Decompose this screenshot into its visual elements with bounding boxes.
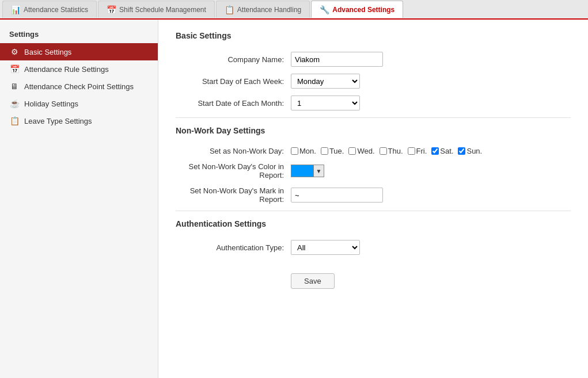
- save-button[interactable]: Save: [291, 273, 335, 289]
- color-dropdown-btn[interactable]: ▼: [314, 165, 324, 177]
- sidebar-item-attendance-rule-label: Attendance Rule Settings: [24, 65, 109, 74]
- start-date-row: Start Date of Each Month: 12345 678910 1…: [176, 96, 571, 110]
- content-area: Basic Settings Company Name: Start Day o…: [158, 20, 588, 378]
- leave-type-icon: 📋: [9, 116, 20, 125]
- color-row: Set Non-Work Day's Color in Report: ▼: [176, 162, 571, 180]
- tab-attendance-handling-label: Attendance Handling: [237, 6, 301, 14]
- sidebar-header: Settings: [0, 25, 158, 43]
- color-picker-group: ▼: [291, 165, 324, 177]
- sidebar-item-leave-type-label: Leave Type Settings: [24, 117, 92, 125]
- sidebar-item-leave-type[interactable]: 📋 Leave Type Settings: [0, 112, 158, 129]
- fri-checkbox[interactable]: [408, 147, 415, 155]
- sidebar-item-attendance-rule[interactable]: 📅 Attendance Rule Settings: [0, 60, 158, 78]
- mark-input[interactable]: [291, 188, 383, 203]
- wed-checkbox[interactable]: [348, 147, 356, 155]
- start-date-select[interactable]: 12345 678910 1112131415 1617181920 21222…: [291, 96, 360, 110]
- holiday-icon: ☕: [9, 99, 20, 108]
- attendance-stats-icon: 📊: [11, 5, 21, 14]
- tab-shift-schedule[interactable]: 📅 Shift Schedule Management: [98, 1, 215, 18]
- company-name-row: Company Name:: [176, 52, 571, 67]
- basic-settings-icon: ⚙: [9, 47, 20, 56]
- wed-checkbox-label[interactable]: Wed.: [348, 147, 374, 155]
- tue-checkbox[interactable]: [321, 147, 328, 155]
- start-day-select[interactable]: Monday Tuesday Wednesday Thursday Friday…: [291, 74, 360, 89]
- mark-label: Set Non-Work Day's Mark in Report:: [176, 186, 291, 204]
- main-layout: Settings ⚙ Basic Settings 📅 Attendance R…: [0, 20, 588, 378]
- non-work-title: Non-Work Day Settings: [176, 126, 571, 138]
- non-work-days-row: Set as Non-Work Day: Mon. Tue. Wed. Thu.: [176, 147, 571, 155]
- sidebar: Settings ⚙ Basic Settings 📅 Attendance R…: [0, 20, 158, 378]
- company-name-label: Company Name:: [176, 55, 291, 64]
- attendance-handling-icon: 📋: [225, 5, 234, 14]
- sun-checkbox[interactable]: [458, 147, 465, 155]
- company-name-input[interactable]: [291, 52, 383, 67]
- mon-checkbox-label[interactable]: Mon.: [291, 147, 316, 155]
- sidebar-item-holiday[interactable]: ☕ Holiday Settings: [0, 95, 158, 112]
- divider-2: [176, 211, 571, 211]
- basic-settings-title: Basic Settings: [176, 31, 571, 43]
- sun-checkbox-label[interactable]: Sun.: [458, 147, 482, 155]
- start-day-row: Start Day of Each Week: Monday Tuesday W…: [176, 74, 571, 89]
- sidebar-item-attendance-checkpoint[interactable]: 🖥 Attendance Check Point Settings: [0, 78, 158, 95]
- mark-row: Set Non-Work Day's Mark in Report:: [176, 186, 571, 204]
- auth-settings-title: Authentication Settings: [176, 219, 571, 231]
- thu-checkbox-label[interactable]: Thu.: [380, 147, 403, 155]
- tab-attendance-statistics[interactable]: 📊 Attendance Statistics: [2, 1, 97, 18]
- tab-advanced-settings-label: Advanced Settings: [332, 6, 394, 14]
- save-button-row: Save: [176, 262, 571, 289]
- advanced-settings-icon: 🔧: [320, 5, 329, 14]
- sidebar-item-holiday-label: Holiday Settings: [24, 100, 78, 108]
- auth-type-row: Authentication Type: All Password Finger…: [176, 240, 571, 255]
- sat-checkbox-label[interactable]: Sat.: [431, 147, 453, 155]
- auth-type-select[interactable]: All Password Fingerprint Card Face: [291, 240, 360, 255]
- tue-checkbox-label[interactable]: Tue.: [321, 147, 344, 155]
- tab-bar: 📊 Attendance Statistics 📅 Shift Schedule…: [0, 0, 588, 20]
- non-work-days-label: Set as Non-Work Day:: [176, 147, 291, 155]
- fri-checkbox-label[interactable]: Fri.: [408, 147, 427, 155]
- sidebar-item-basic-settings-label: Basic Settings: [24, 48, 71, 56]
- attendance-rule-icon: 📅: [9, 64, 20, 74]
- attendance-checkpoint-icon: 🖥: [9, 82, 20, 91]
- thu-checkbox[interactable]: [380, 147, 387, 155]
- sat-checkbox[interactable]: [431, 147, 439, 155]
- color-label: Set Non-Work Day's Color in Report:: [176, 162, 291, 180]
- tab-shift-schedule-label: Shift Schedule Management: [119, 6, 206, 14]
- start-date-label: Start Date of Each Month:: [176, 99, 291, 108]
- mon-checkbox[interactable]: [291, 147, 298, 155]
- sidebar-item-basic-settings[interactable]: ⚙ Basic Settings: [0, 43, 158, 60]
- tab-advanced-settings[interactable]: 🔧 Advanced Settings: [311, 1, 403, 18]
- tab-attendance-handling[interactable]: 📋 Attendance Handling: [216, 1, 310, 18]
- shift-schedule-icon: 📅: [107, 5, 116, 14]
- divider-1: [176, 117, 571, 118]
- auth-type-label: Authentication Type:: [176, 243, 291, 252]
- tab-attendance-statistics-label: Attendance Statistics: [24, 6, 88, 14]
- color-swatch[interactable]: [291, 165, 314, 177]
- start-day-label: Start Day of Each Week:: [176, 77, 291, 86]
- sidebar-item-attendance-checkpoint-label: Attendance Check Point Settings: [24, 82, 134, 91]
- non-work-days-group: Mon. Tue. Wed. Thu. Fri.: [291, 147, 484, 155]
